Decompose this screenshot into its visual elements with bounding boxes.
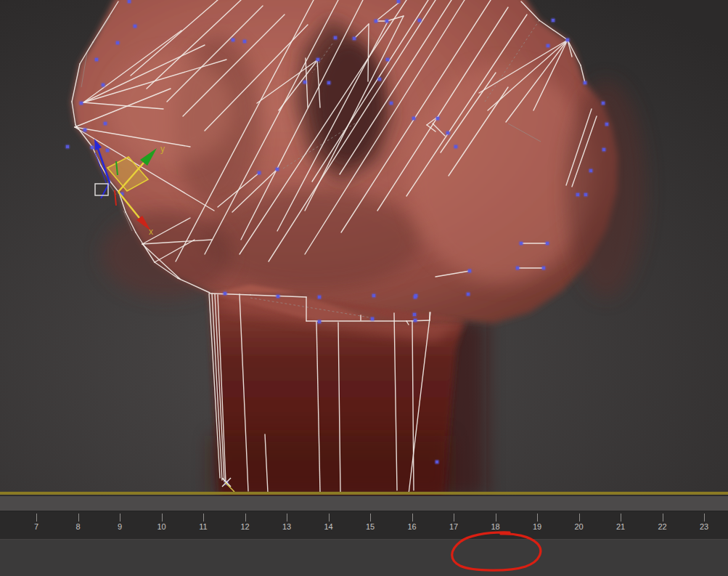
timeline-tick-label: 22: [658, 522, 666, 531]
3ds-max-window: y x 7891011121314151617181920212223: [0, 0, 728, 576]
timeline-tick: [329, 514, 330, 522]
timeline-tick-label: 10: [157, 522, 165, 531]
foliage-mesh: [72, 0, 646, 323]
timeline-tick: [36, 514, 37, 522]
timeline-tick: [203, 514, 204, 522]
timeline-tick-label: 12: [240, 522, 249, 531]
timeline-tick: [78, 514, 79, 522]
timeline-tick-label: 20: [574, 522, 583, 531]
time-slider-track[interactable]: [0, 495, 728, 511]
timeline-tick-label: 17: [449, 522, 458, 531]
timeline-tick: [245, 514, 246, 522]
timeline-ruler[interactable]: 7891011121314151617181920212223: [0, 511, 728, 539]
timeline-tick-label: 15: [366, 522, 375, 531]
viewport-3d[interactable]: y x: [0, 0, 728, 495]
ground-grid-line: [0, 492, 728, 495]
timeline-tick-label: 19: [533, 522, 541, 531]
timeline-tick: [370, 514, 371, 522]
timeline-tick: [287, 514, 287, 522]
trunk-mesh: [210, 293, 486, 495]
status-bar: X: -1399662,5 Y: -33925,0cm Z: 1745,401c…: [0, 539, 728, 576]
timeline-tick-label: 18: [491, 522, 499, 531]
timeline-tick: [162, 514, 163, 522]
timeline-tick-label: 7: [34, 522, 38, 531]
timeline-tick: [496, 514, 496, 522]
timeline-tick-label: 14: [324, 522, 332, 531]
timeline-tick: [621, 514, 621, 522]
timeline-tick-label: 11: [199, 522, 207, 531]
timeline-tick-label: 9: [118, 522, 122, 531]
timeline-tick: [120, 514, 120, 522]
timeline-tick: [454, 514, 454, 522]
timeline-tick-label: 16: [407, 522, 416, 531]
timeline-tick-label: 21: [616, 522, 625, 531]
timeline-tick-label: 23: [700, 522, 708, 531]
timeline-tick: [704, 514, 705, 522]
gizmo-y-label: y: [160, 144, 165, 154]
timeline-tick: [537, 514, 538, 522]
timeline-tick-label: 8: [75, 522, 80, 531]
timeline-tick: [663, 514, 663, 522]
gizmo-x-label: x: [149, 227, 153, 237]
timeline-tick: [579, 514, 580, 522]
timeline-tick: [412, 514, 413, 522]
timeline-tick-label: 13: [282, 522, 291, 531]
